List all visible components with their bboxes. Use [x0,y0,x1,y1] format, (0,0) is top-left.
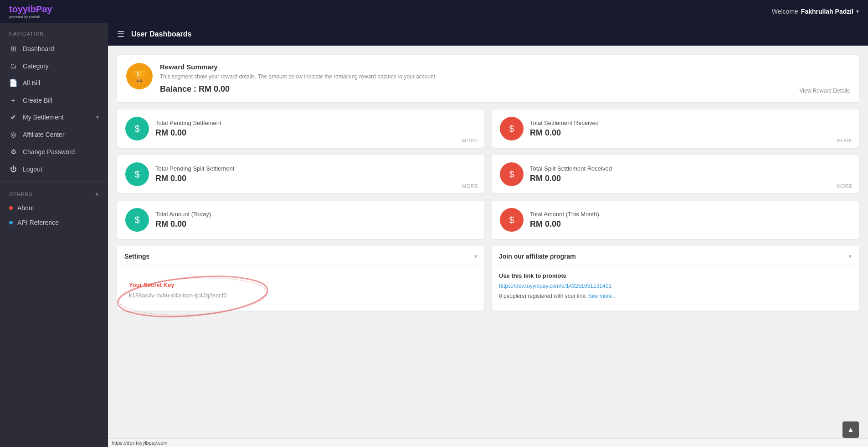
content-wrapper: ☰ User Dashboards 🏆 Reward Summary This … [108,23,868,447]
sidebar-item-dashboard[interactable]: ⊞ Dashboard [0,40,108,57]
dollar-icon-2: $ [509,124,514,134]
affiliate-registered-count: 0 people(s) registered with your link. [499,293,587,299]
sidebar-item-create-bill[interactable]: + Create Bill [0,92,108,109]
pending-split-value: RM 0.00 [155,174,476,183]
this-month-label: Total Amount (This Month) [530,211,851,218]
settlement-received-label: Total Settlement Received [530,120,851,126]
pending-split-icon: $ [125,162,149,186]
reward-content: Reward Summary This segment show your re… [160,63,792,94]
content-header: ☰ User Dashboards [108,23,868,46]
this-month-icon: $ [500,208,524,232]
reward-balance: Balance : RM 0.00 [160,84,792,94]
secret-key-label: Your Secret Key [129,281,473,288]
pending-split-label: Total Pending Split Settlement [155,165,476,172]
view-reward-link[interactable]: View Reward Details [800,88,850,94]
stat-card-this-month: $ Total Amount (This Month) RM 0.00 [492,201,859,239]
affiliate-card: Join our affiliate program ▾ Use this li… [492,246,859,311]
about-dot [9,206,13,210]
hamburger-button[interactable]: ☰ [117,29,124,39]
dollar-icon-6: $ [509,215,514,225]
reward-summary-card: 🏆 Reward Summary This segment show your … [117,55,859,102]
user-dropdown-chevron[interactable]: ▾ [856,8,859,15]
split-received-more[interactable]: MORE [837,183,853,189]
stats-grid-row2: $ Total Pending Split Settlement RM 0.00… [117,155,859,193]
affiliate-chevron-icon: ▾ [849,253,852,260]
stats-grid-row3: $ Total Amount (Today) RM 0.00 $ Total A… [117,201,859,239]
logo-sub: powered by startell [9,15,52,19]
affiliate-url[interactable]: https://dev.toyyibpay.com/e/143251051131… [499,283,852,289]
sidebar: Navigation ⊞ Dashboard 🗂 Category 📄 All … [0,23,108,447]
dollar-icon-3: $ [134,169,139,180]
split-received-label: Total Split Settlement Received [530,165,851,172]
sidebar-label-all-bill: All Bill [23,79,99,87]
affiliate-card-body: Use this link to promote https://dev.toy… [492,265,859,307]
pending-settlement-value: RM 0.00 [155,128,476,138]
sidebar-label-about: About [17,204,34,212]
split-received-icon: $ [500,162,524,186]
settings-chevron-icon: ▾ [474,253,477,260]
settings-card-body: Your Secret Key k188ac4v-bvbu-d4a-bqn-ip… [117,265,484,311]
see-more-link[interactable]: See more.. [588,293,615,299]
dollar-icon-1: $ [134,124,139,134]
sidebar-item-api-reference[interactable]: API Reference [0,215,108,230]
stat-card-settlement-received: $ Total Settlement Received RM 0.00 MORE [492,109,859,148]
others-section: OTHERS × [0,185,108,201]
reward-title: Reward Summary [160,63,792,71]
settlement-received-value: RM 0.00 [530,128,851,138]
reward-description: This segment show your reward details. T… [160,73,792,81]
sidebar-label-change-password: Change Password [23,148,99,156]
settlement-received-icon: $ [500,117,524,140]
pending-settlement-more[interactable]: MORE [462,138,478,143]
sidebar-divider [0,181,108,182]
logo-text: toyyibPay [9,4,52,14]
settlement-received-more[interactable]: MORE [837,138,853,143]
split-received-value: RM 0.00 [530,174,851,183]
today-icon: $ [125,208,149,232]
stats-grid-row1: $ Total Pending Settlement RM 0.00 MORE … [117,109,859,148]
sidebar-label-api-reference: API Reference [17,219,59,226]
create-bill-icon: + [9,96,17,104]
scroll-to-top-button[interactable]: ▲ [842,421,859,438]
logo: toyyibPay powered by startell [9,4,52,19]
topbar: toyyibPay powered by startell Welcome Fa… [0,0,868,23]
stat-card-pending-split: $ Total Pending Split Settlement RM 0.00… [117,155,484,193]
sidebar-label-dashboard: Dashboard [23,45,99,52]
pending-split-info: Total Pending Split Settlement RM 0.00 [155,165,476,183]
sidebar-item-change-password[interactable]: ⚙ Change Password [0,143,108,161]
this-month-value: RM 0.00 [530,219,851,229]
settings-card: Settings ▾ Your Secret Key k188ac4v-bvbu… [117,246,484,311]
sidebar-item-logout[interactable]: ⏻ Logout [0,161,108,177]
affiliate-icon: ◎ [9,130,17,139]
scroll-up-icon: ▲ [847,426,854,434]
sidebar-label-my-settlement: My Settlement [23,114,91,121]
sidebar-item-all-bill[interactable]: 📄 All Bill [0,74,108,92]
secret-key-text: k188ac4v-bvbu-d4a-bqn-ip4Jq2eacf0 [129,292,227,299]
others-close-button[interactable]: × [95,191,99,198]
nav-section-label: Navigation [0,23,108,40]
category-icon: 🗂 [9,62,17,70]
pending-settlement-info: Total Pending Settlement RM 0.00 [155,120,476,138]
affiliate-info: 0 people(s) registered with your link. S… [499,293,852,299]
split-received-info: Total Split Settlement Received RM 0.00 [530,165,851,183]
secret-key-value: k188ac4v-bvbu-d4a-bqn-ip4Jq2eacf0 [129,292,473,299]
today-info: Total Amount (Today) RM 0.00 [155,211,476,229]
stat-card-pending-settlement: $ Total Pending Settlement RM 0.00 MORE [117,109,484,148]
sidebar-label-logout: Logout [23,166,99,173]
reward-icon: 🏆 [126,63,153,89]
sidebar-item-about[interactable]: About [0,201,108,215]
today-label: Total Amount (Today) [155,211,476,218]
bottom-grid: Settings ▾ Your Secret Key k188ac4v-bvbu… [117,246,859,311]
use-link-label: Use this link to promote [499,272,852,279]
content-main: 🏆 Reward Summary This segment show your … [108,46,868,438]
dashboard-icon: ⊞ [9,45,17,53]
pending-split-more[interactable]: MORE [462,183,478,189]
topbar-user[interactable]: Welcome Fakhrullah Padzil ▾ [772,8,859,15]
settings-card-title: Settings [124,253,149,260]
pending-settlement-label: Total Pending Settlement [155,120,476,126]
sidebar-item-category[interactable]: 🗂 Category [0,57,108,74]
sidebar-item-my-settlement[interactable]: ✔ My Settlement ▾ [0,109,108,126]
sidebar-item-affiliate-center[interactable]: ◎ Affiliate Center [0,126,108,143]
dollar-icon-5: $ [134,215,139,225]
change-password-icon: ⚙ [9,148,17,156]
api-reference-dot [9,221,13,224]
